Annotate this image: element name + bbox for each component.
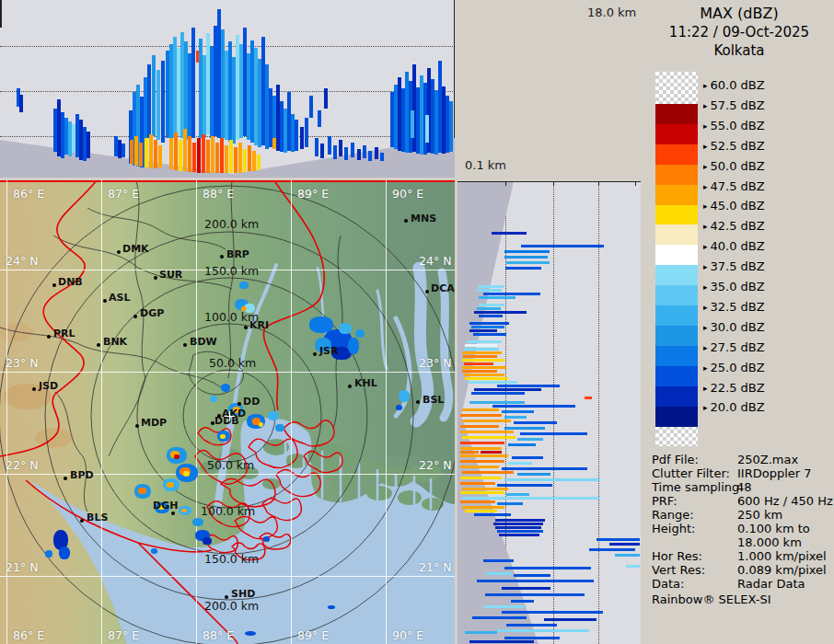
city-label: BLS xyxy=(87,512,108,523)
storm-echo xyxy=(259,422,263,427)
lat-label-left: 24° N xyxy=(6,254,38,268)
profile-bar xyxy=(506,493,529,496)
legend-arrow-icon: ▸ xyxy=(703,303,708,312)
storm-echo xyxy=(59,546,70,559)
profile-bar xyxy=(460,454,508,457)
storm-echo xyxy=(220,434,226,439)
legend-value: 20.0 dBZ xyxy=(711,400,765,414)
storm-echo xyxy=(192,518,203,526)
profile-bar xyxy=(468,381,517,384)
lon-label-bottom: 88° E xyxy=(203,628,234,642)
storm-echo xyxy=(241,306,247,311)
city-dot xyxy=(97,343,100,347)
legend-entry: ▸42.5 dBZ xyxy=(703,219,765,233)
lat-label-right: 23° N xyxy=(419,356,451,370)
profile-bar xyxy=(460,447,502,450)
profile-bar xyxy=(462,420,511,422)
profile-bar xyxy=(521,245,604,247)
profile-bar xyxy=(225,145,228,173)
lon-line xyxy=(101,180,102,644)
city-dot xyxy=(135,424,139,428)
lat-label-right: 22° N xyxy=(419,458,451,472)
storm-echo xyxy=(45,550,52,558)
profile-bar xyxy=(147,64,151,138)
city-label: BNK xyxy=(103,336,127,348)
right-panel-axis-edge xyxy=(458,181,641,182)
legend-value: 32.5 dBZ xyxy=(711,300,765,314)
profile-bar xyxy=(469,401,525,404)
profile-bar xyxy=(460,500,495,503)
lon-line xyxy=(6,180,7,644)
legend-color-band xyxy=(655,407,698,427)
profile-bar xyxy=(517,438,543,441)
legend-value: 27.5 dBZ xyxy=(711,340,765,354)
top-panel-axis-edge xyxy=(454,0,455,138)
profile-bar xyxy=(465,510,497,512)
profile-bar xyxy=(300,127,304,149)
profile-bar xyxy=(211,136,214,173)
info-value: Radar Data xyxy=(737,577,805,591)
profile-bar xyxy=(351,143,354,157)
profile-bar xyxy=(497,484,552,487)
legend-value: 25.0 dBZ xyxy=(711,361,765,374)
profile-bar xyxy=(472,616,527,619)
profile-bar xyxy=(471,326,504,328)
profile-bar xyxy=(460,466,499,468)
city-dot xyxy=(47,335,51,339)
profile-bar xyxy=(215,143,219,173)
legend-entry: ▸57.5 dBZ xyxy=(703,98,765,112)
storm-echo xyxy=(245,631,256,636)
profile-bar xyxy=(504,256,548,259)
legend-color-band xyxy=(655,185,698,205)
profile-bar xyxy=(497,629,589,632)
profile-bar xyxy=(512,456,543,459)
profile-bar xyxy=(479,315,503,317)
profile-bar xyxy=(145,138,148,167)
city-dot xyxy=(52,283,56,287)
profile-bar xyxy=(202,134,205,173)
profile-bar xyxy=(158,145,162,167)
city-label: DMK xyxy=(122,243,149,255)
software-brand: Rainbow® SELEX-SI xyxy=(652,592,771,606)
profile-bar xyxy=(309,96,313,118)
legend-color-band xyxy=(655,165,698,185)
profile-bar xyxy=(324,88,328,109)
city-dot xyxy=(220,255,224,259)
info-label: Clutter Filter: xyxy=(652,466,730,480)
legend-value: 60.0 dBZ xyxy=(711,78,765,92)
top-profile-panel xyxy=(0,0,455,178)
profile-bar xyxy=(481,451,502,454)
profile-bar xyxy=(87,132,90,158)
city-dot xyxy=(225,595,228,599)
legend-value: 40.0 dBZ xyxy=(711,239,765,253)
profile-bar xyxy=(506,624,557,627)
legend-transparent-band-bottom xyxy=(655,426,698,446)
legend-entry: ▸32.5 dBZ xyxy=(703,300,765,314)
profile-bar xyxy=(514,574,550,577)
profile-bar xyxy=(464,348,499,351)
profile-bar xyxy=(479,296,515,299)
lon-label-bottom: 89° E xyxy=(297,628,329,642)
profile-bar xyxy=(460,442,504,444)
storm-echo xyxy=(348,338,359,354)
storm-echo xyxy=(396,405,402,410)
profile-bar xyxy=(483,559,514,562)
city-label: KRI xyxy=(249,319,269,331)
ring-distance-label: 150.0 km xyxy=(204,552,259,566)
profile-bar xyxy=(257,155,261,170)
city-dot xyxy=(244,326,248,329)
city-dot xyxy=(313,352,317,356)
profile-bar xyxy=(474,513,511,516)
info-label: Range: xyxy=(652,508,694,522)
profile-bar xyxy=(462,359,504,362)
profile-bar xyxy=(504,250,550,253)
profile-bar xyxy=(318,110,321,127)
profile-bar xyxy=(380,153,384,161)
profile-bar xyxy=(483,293,540,295)
profile-bar xyxy=(495,519,545,522)
profile-bar xyxy=(19,95,23,112)
info-label: PRF: xyxy=(652,494,678,508)
lon-label-bottom: 87° E xyxy=(108,628,139,642)
info-value: 0.100 km to xyxy=(737,522,810,535)
profile-bar xyxy=(243,149,247,172)
